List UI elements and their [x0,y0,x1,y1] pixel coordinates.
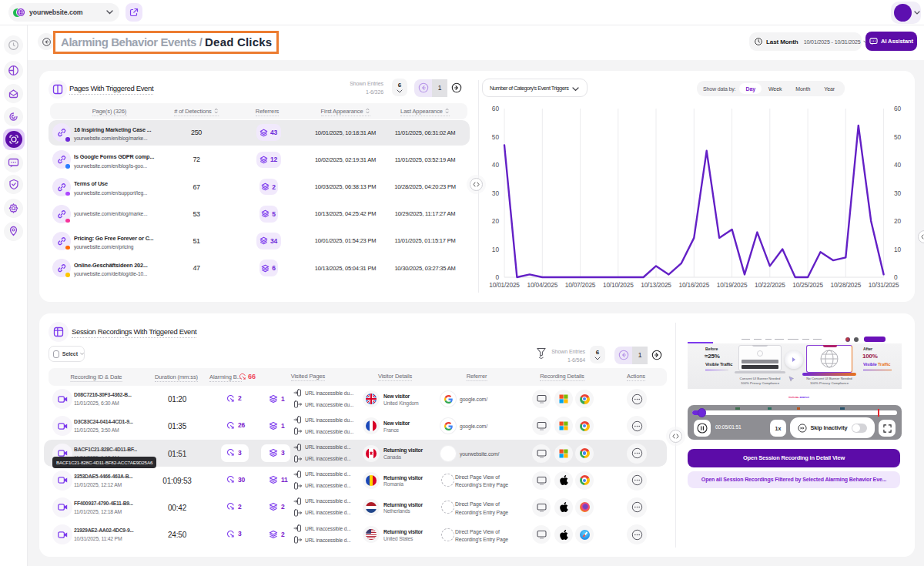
svg-text:40: 40 [492,161,500,169]
svg-text:10/13/2025: 10/13/2025 [641,281,671,289]
svg-text:10/31/2025: 10/31/2025 [869,281,899,289]
svg-text:10/28/2025: 10/28/2025 [831,281,862,289]
svg-text:10/22/2025: 10/22/2025 [755,281,785,289]
svg-text:50: 50 [492,133,500,141]
svg-text:10/01/2025: 10/01/2025 [489,281,520,289]
svg-text:10/10/2025: 10/10/2025 [603,281,634,289]
svg-text:10/04/2025: 10/04/2025 [527,281,558,289]
svg-text:10/16/2025: 10/16/2025 [679,281,710,289]
svg-text:60: 60 [492,105,500,112]
svg-text:30: 30 [894,189,902,197]
svg-text:30: 30 [492,189,500,197]
svg-text:40: 40 [894,161,902,169]
svg-text:20: 20 [894,217,902,225]
svg-text:50: 50 [894,133,902,141]
svg-text:0: 0 [894,273,898,281]
svg-text:10/25/2025: 10/25/2025 [792,281,823,289]
svg-text:10: 10 [894,246,902,253]
svg-text:20: 20 [492,217,500,225]
svg-text:10/19/2025: 10/19/2025 [717,281,748,289]
svg-text:10/07/2025: 10/07/2025 [565,281,596,289]
svg-text:0: 0 [495,273,499,281]
svg-text:10: 10 [492,246,500,253]
svg-text:60: 60 [894,105,902,112]
